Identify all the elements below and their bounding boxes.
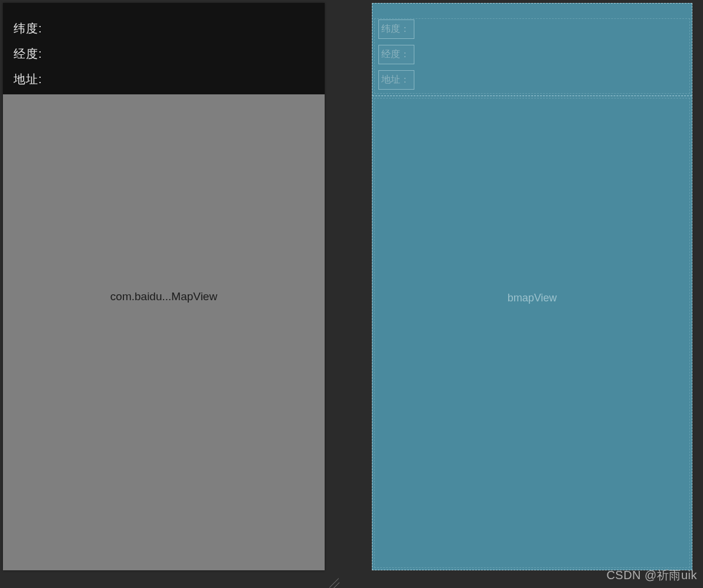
map-view-classname: com.baidu...MapView [110,290,217,303]
longitude-label: 经度: [14,46,314,62]
resize-handle-icon [326,576,344,587]
preview-panel: 纬度: 经度: 地址: com.baidu...MapView [3,3,325,570]
blueprint-latitude-label[interactable]: 纬度： [378,19,414,39]
blueprint-map-view[interactable]: bmapView [372,96,692,570]
blueprint-panel[interactable]: 纬度： 经度： 地址： bmapView [372,3,692,570]
blueprint-address-label[interactable]: 地址： [378,70,414,90]
blueprint-info-header: 纬度： 经度： 地址： [372,4,692,96]
info-header: 纬度: 经度: 地址: [3,3,325,94]
latitude-label: 纬度: [14,21,314,37]
blueprint-map-id: bmapView [508,292,557,304]
blueprint-longitude-label[interactable]: 经度： [378,45,414,64]
map-view-preview[interactable]: com.baidu...MapView [3,94,325,570]
address-label: 地址: [14,71,314,87]
watermark-text: CSDN @祈雨uik [606,567,697,583]
